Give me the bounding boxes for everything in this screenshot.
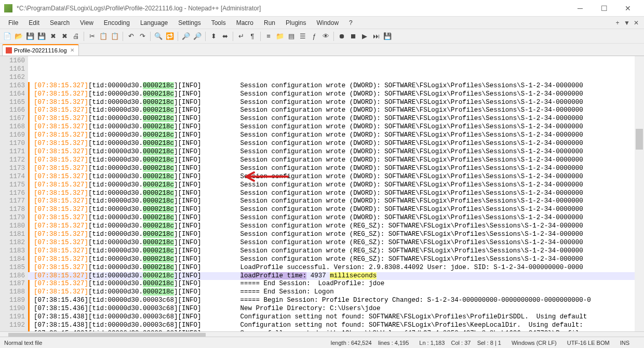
minimize-button[interactable]: ─ (568, 1, 592, 16)
redo-icon[interactable]: ↷ (137, 31, 147, 42)
find-icon[interactable]: 🔍 (153, 31, 164, 42)
menu-settings[interactable]: Settings (173, 18, 206, 28)
code-line[interactable]: [07:38:15.438][tid:00000d30.00003c68][IN… (28, 313, 644, 322)
maximize-button[interactable]: ☐ (592, 1, 616, 16)
menu-plugins[interactable]: Plugins (280, 18, 311, 28)
toolbar-separator (150, 32, 151, 41)
toolbar-separator (260, 32, 261, 41)
code-line[interactable]: [07:38:15.327][tid:00000d30.0000218c][IN… (28, 123, 644, 131)
tabs-bar: Profile-20221116.log ✕ (0, 44, 644, 56)
menu-window[interactable]: Window (311, 18, 344, 28)
menu-macro[interactable]: Macro (231, 18, 259, 28)
open-file-icon[interactable]: 📂 (14, 31, 24, 42)
save-icon[interactable]: 💾 (25, 31, 35, 42)
editor[interactable]: 1160 1161 1162 1163 1164 1165 1166 1167 … (0, 56, 644, 331)
file-tab[interactable]: Profile-20221116.log ✕ (2, 44, 79, 56)
code-line[interactable]: [07:38:15.327][tid:00000d30.0000218c][IN… (28, 247, 644, 256)
code-line[interactable]: [07:38:15.436][tid:00000d30.00003c68][IN… (28, 297, 644, 305)
menu-file[interactable]: File (3, 18, 23, 28)
code-line[interactable]: [07:38:15.327][tid:00000d30.0000218c][IN… (28, 165, 644, 173)
menu-edit[interactable]: Edit (23, 18, 45, 28)
status-position: Ln : 1,183 Col : 37 Sel : 8 | 1 (419, 340, 512, 346)
replace-icon[interactable]: 🔁 (165, 31, 175, 42)
tab-close-icon[interactable]: ✕ (69, 47, 75, 53)
file-modified-icon (6, 47, 12, 53)
sync-h-icon[interactable]: ⬌ (220, 31, 230, 42)
code-line[interactable]: [07:38:15.327][tid:00000d30.0000218c][IN… (28, 82, 644, 90)
close-button[interactable]: ✕ (616, 1, 640, 16)
zoom-out-icon[interactable]: 🔎 (192, 31, 203, 42)
code-content[interactable]: [07:38:15.327][tid:00000d30.0000218c][IN… (28, 56, 644, 331)
stop-icon[interactable]: ⏹ (348, 31, 358, 42)
record-icon[interactable]: ⏺ (337, 31, 347, 42)
cut-icon[interactable]: ✂ (87, 31, 97, 42)
monitor-icon[interactable]: 👁 (320, 31, 331, 42)
menu-help[interactable]: ? (344, 18, 358, 28)
save-macro-icon[interactable]: 💾 (382, 31, 393, 42)
sync-v-icon[interactable]: ⬍ (208, 31, 219, 42)
doc-list-icon[interactable]: ☰ (298, 31, 308, 42)
menu-search[interactable]: Search (45, 18, 75, 28)
code-line[interactable]: [07:38:15.327][tid:00000d30.0000218c][IN… (28, 197, 644, 206)
status-encoding[interactable]: UTF-16 LE BOM (567, 340, 620, 346)
print-icon[interactable]: 🖨 (71, 31, 81, 42)
code-line[interactable]: [07:38:15.327][tid:00000d30.0000218c][IN… (28, 264, 644, 272)
code-line[interactable]: [07:38:15.327][tid:00000d30.0000218c][IN… (28, 272, 644, 280)
code-line[interactable]: [07:38:15.327][tid:00000d30.0000218c][IN… (28, 231, 644, 239)
code-line[interactable]: [07:38:15.327][tid:00000d30.0000218c][IN… (28, 222, 644, 231)
status-filetype: Normal text file (4, 340, 52, 346)
code-line[interactable]: [07:38:15.327][tid:00000d30.0000218c][IN… (28, 190, 644, 198)
menu-run[interactable]: Run (259, 18, 280, 28)
toolbar-separator (205, 32, 206, 41)
wordwrap-icon[interactable]: ↵ (236, 31, 246, 42)
code-line[interactable]: [07:38:15.327][tid:00000d30.0000218c][IN… (28, 239, 644, 247)
code-line[interactable]: [07:38:15.436][tid:00000d30.00003c68][IN… (28, 305, 644, 313)
code-line[interactable]: [07:38:15.327][tid:00000d30.0000218c][IN… (28, 115, 644, 123)
zoom-in-icon[interactable]: 🔎 (181, 31, 191, 42)
vertical-scrollbar[interactable] (635, 56, 644, 331)
indent-guide-icon[interactable]: ≡ (263, 31, 274, 42)
close-file-icon[interactable]: ✖ (48, 31, 58, 42)
show-chars-icon[interactable]: ¶ (247, 31, 258, 42)
code-line[interactable]: [07:38:15.327][tid:00000d30.0000218c][IN… (28, 173, 644, 181)
close-doc-icon[interactable]: ✕ (632, 19, 641, 26)
code-line[interactable]: [07:38:15.327][tid:00000d30.0000218c][IN… (28, 148, 644, 156)
code-line[interactable]: [07:38:15.327][tid:00000d30.0000218c][IN… (28, 288, 644, 297)
save-all-icon[interactable]: 💾 (36, 31, 47, 42)
status-eol[interactable]: Windows (CR LF) (512, 340, 567, 346)
menu-view[interactable]: View (75, 18, 99, 28)
code-line[interactable]: [07:38:15.327][tid:00000d30.0000218c][IN… (28, 90, 644, 99)
copy-icon[interactable]: 📋 (98, 31, 109, 42)
new-file-icon[interactable]: 📄 (2, 31, 12, 42)
menu-tools[interactable]: Tools (206, 18, 231, 28)
paste-icon[interactable]: 📋 (110, 31, 120, 42)
fastfwd-icon[interactable]: ⏭ (371, 31, 381, 42)
code-line[interactable]: [07:38:15.327][tid:00000d30.0000218c][IN… (28, 106, 644, 115)
fold-icon[interactable]: + (613, 19, 622, 26)
menu-encoding[interactable]: Encoding (99, 18, 135, 28)
vertical-scrollbar-thumb[interactable] (636, 129, 643, 150)
func-list-icon[interactable]: ƒ (309, 31, 319, 42)
code-line[interactable]: [07:38:15.327][tid:00000d30.0000218c][IN… (28, 206, 644, 214)
code-line[interactable]: [07:38:15.327][tid:00000d30.0000218c][IN… (28, 99, 644, 107)
toolbar-separator (178, 32, 178, 41)
close-all-icon[interactable]: ✖ (59, 31, 70, 42)
doc-map-icon[interactable]: ▤ (286, 31, 297, 42)
dropdown-icon[interactable]: ▼ (622, 19, 632, 26)
code-line[interactable]: [07:38:15.327][tid:00000d30.0000218c][IN… (28, 156, 644, 165)
code-line[interactable]: [07:38:15.327][tid:00000d30.0000218c][IN… (28, 256, 644, 264)
play-icon[interactable]: ▶ (359, 31, 370, 42)
code-line[interactable]: [07:38:15.327][tid:00000d30.0000218c][IN… (28, 214, 644, 222)
code-line[interactable]: [07:38:15.327][tid:00000d30.0000218c][IN… (28, 181, 644, 190)
code-line[interactable]: [07:38:15.327][tid:00000d30.0000218c][IN… (28, 140, 644, 148)
toolbar-separator (333, 32, 334, 41)
window-title: *C:\ProgramData\FSLogix\Logs\Profile\Pro… (17, 5, 568, 12)
status-bar: Normal text file length : 642,524 lines … (0, 337, 644, 348)
code-line[interactable]: [07:38:15.327][tid:00000d30.0000218c][IN… (28, 280, 644, 288)
undo-icon[interactable]: ↶ (126, 31, 136, 42)
code-line[interactable]: [07:38:15.438][tid:00000d30.00003c68][IN… (28, 322, 644, 330)
code-line[interactable]: [07:38:15.327][tid:00000d30.0000218c][IN… (28, 131, 644, 140)
menu-language[interactable]: Language (135, 18, 173, 28)
status-mode[interactable]: INS (620, 340, 640, 346)
folder-icon[interactable]: 📁 (275, 31, 285, 42)
